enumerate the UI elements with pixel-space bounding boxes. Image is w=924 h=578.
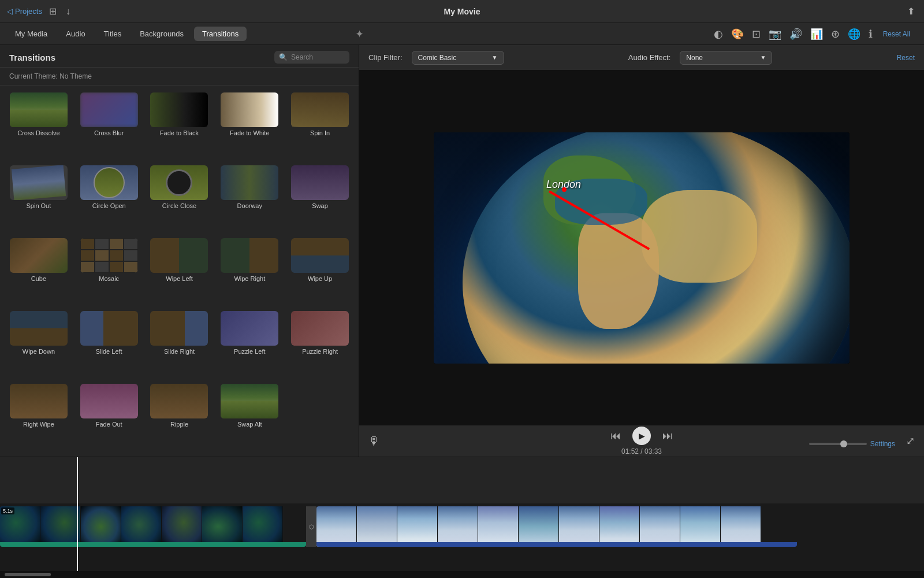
list-item[interactable]: Doorway	[215, 163, 284, 234]
list-item[interactable]: Spin In	[286, 90, 354, 161]
search-input[interactable]	[291, 53, 343, 61]
list-item[interactable]: Cross Dissolve	[5, 90, 73, 161]
transition-thumb-puzzle-right	[291, 311, 349, 346]
transitions-grid: Cross Dissolve Cross Blur Fade to Black …	[0, 86, 359, 457]
info-icon[interactable]: ℹ	[866, 25, 875, 43]
transition-gap: ⬡	[306, 506, 316, 547]
time-separator: /	[640, 447, 642, 455]
tab-backgrounds[interactable]: Backgrounds	[132, 27, 192, 41]
transition-label: Wipe Down	[23, 348, 55, 355]
transition-label: Spin Out	[26, 202, 51, 209]
zoom-track[interactable]	[809, 443, 867, 445]
transition-label: Right Wipe	[23, 421, 54, 428]
fullscreen-icon[interactable]: ⤢	[906, 435, 915, 447]
list-item[interactable]: Right Wipe	[5, 381, 73, 452]
list-item[interactable]: Puzzle Left	[215, 309, 284, 379]
color-wheel-icon[interactable]: ◐	[711, 25, 725, 43]
list-item[interactable]: Swap Alt	[215, 381, 284, 452]
transition-thumb-swap	[291, 165, 349, 200]
list-item[interactable]: Circle Open	[75, 163, 143, 234]
timeline-clip-1[interactable]: 5.1s	[0, 506, 306, 547]
list-item[interactable]: Wipe Right	[215, 236, 284, 306]
preview-video: London	[434, 132, 850, 364]
transition-thumb-fade-out	[80, 384, 138, 418]
tab-audio[interactable]: Audio	[58, 27, 93, 41]
timeline-clip-2[interactable]	[316, 506, 797, 547]
toolbar-right: ◐ 🎨 ⊡ 📷 🔊 📊 ⊛ 🌐 ℹ Reset All	[370, 25, 924, 43]
transition-label: Puzzle Right	[302, 348, 338, 355]
globe-icon[interactable]: 🌐	[845, 25, 863, 43]
audio-effect-dropdown[interactable]: None ▼	[680, 51, 772, 65]
scrollbar-thumb[interactable]	[5, 573, 51, 576]
transition-label: Mosaic	[99, 275, 119, 282]
right-panel: Clip Filter: Comic Basic ▼ Audio Effect:…	[359, 45, 924, 457]
audio-icon[interactable]: 🔊	[787, 25, 804, 43]
settings-button[interactable]: Settings	[870, 440, 895, 448]
list-item[interactable]: Fade to Black	[146, 90, 214, 161]
transition-thumb-circle-open	[80, 165, 138, 200]
timeline-scrollbar[interactable]	[0, 571, 924, 578]
clip-frame	[478, 506, 519, 547]
transition-thumb-fade-black	[150, 92, 208, 127]
list-item[interactable]: Slide Right	[146, 309, 214, 379]
list-item[interactable]: Cube	[5, 236, 73, 306]
timeline-clips-row: 5.1s	[0, 503, 924, 564]
palette-icon[interactable]: 🎨	[729, 25, 746, 43]
list-item[interactable]: Swap	[286, 163, 354, 234]
transition-label: Cross Blur	[94, 129, 124, 136]
zoom-thumb[interactable]	[840, 440, 847, 447]
chevron-down-icon: ▼	[492, 54, 498, 61]
list-item[interactable]: Circle Close	[146, 163, 214, 234]
list-item[interactable]: Puzzle Right	[286, 309, 354, 379]
microphone-icon[interactable]: 🎙	[368, 435, 380, 448]
transition-thumb-slide-left	[80, 311, 138, 346]
down-arrow-icon[interactable]: ↓	[64, 5, 73, 18]
chevron-down-icon-2: ▼	[760, 54, 766, 61]
play-button[interactable]: ▶	[632, 427, 651, 445]
crop-icon[interactable]: ⊡	[750, 25, 763, 43]
video-background: London	[434, 132, 850, 364]
transition-thumb-spin-out	[10, 165, 68, 200]
tab-my-media[interactable]: My Media	[7, 27, 55, 41]
skip-back-button[interactable]: ⏮	[610, 430, 621, 442]
list-item[interactable]: Mosaic	[75, 236, 143, 306]
list-item[interactable]: Ripple	[146, 381, 214, 452]
clip-filter-dropdown[interactable]: Comic Basic ▼	[412, 51, 504, 65]
skip-forward-button[interactable]: ⏭	[662, 430, 673, 442]
chevron-left-icon: ◁	[7, 7, 13, 16]
list-item[interactable]: Spin Out	[5, 163, 73, 234]
playback-bar: ⏮ ▶ ⏭ 01:52 / 03:33 🎙 Settings ⤢	[359, 425, 924, 457]
arrange-icon[interactable]: ⊞	[47, 5, 59, 18]
clip-filter-label: Clip Filter:	[368, 53, 403, 62]
clip-frame	[40, 506, 81, 547]
top-bar-left: ◁ Projects ⊞ ↓	[7, 5, 122, 18]
list-item[interactable]: Wipe Down	[5, 309, 73, 379]
timeline-playhead[interactable]	[77, 457, 78, 571]
clip-frame	[640, 506, 680, 547]
camera-icon[interactable]: 📷	[766, 25, 784, 43]
transition-thumb-doorway	[221, 165, 278, 200]
clip-frame	[438, 506, 478, 547]
transition-label: Wipe Left	[166, 275, 192, 282]
reset-button[interactable]: Reset	[897, 54, 915, 62]
chart-icon[interactable]: 📊	[808, 25, 825, 43]
transition-thumb-cross-dissolve	[10, 92, 68, 127]
tab-titles[interactable]: Titles	[96, 27, 130, 41]
magic-wand-icon[interactable]: ✦	[355, 28, 364, 40]
stabilize-icon[interactable]: ⊛	[829, 25, 842, 43]
list-item[interactable]: Fade Out	[75, 381, 143, 452]
list-item[interactable]: Cross Blur	[75, 90, 143, 161]
list-item[interactable]: Fade to White	[215, 90, 284, 161]
list-item[interactable]: Slide Left	[75, 309, 143, 379]
clip-frame	[680, 506, 721, 547]
list-item[interactable]: Wipe Left	[146, 236, 214, 306]
list-item[interactable]: Wipe Up	[286, 236, 354, 306]
back-button[interactable]: ◁ Projects	[7, 7, 42, 16]
share-icon[interactable]: ⬆	[905, 5, 917, 18]
transition-label: Ripple	[170, 421, 188, 428]
transition-label: Fade Out	[96, 421, 122, 428]
clip-badge: 5.1s	[1, 507, 14, 514]
search-box[interactable]: 🔍	[274, 51, 349, 64]
reset-all-button[interactable]: Reset All	[878, 28, 915, 40]
tab-transitions[interactable]: Transitions	[194, 27, 247, 41]
